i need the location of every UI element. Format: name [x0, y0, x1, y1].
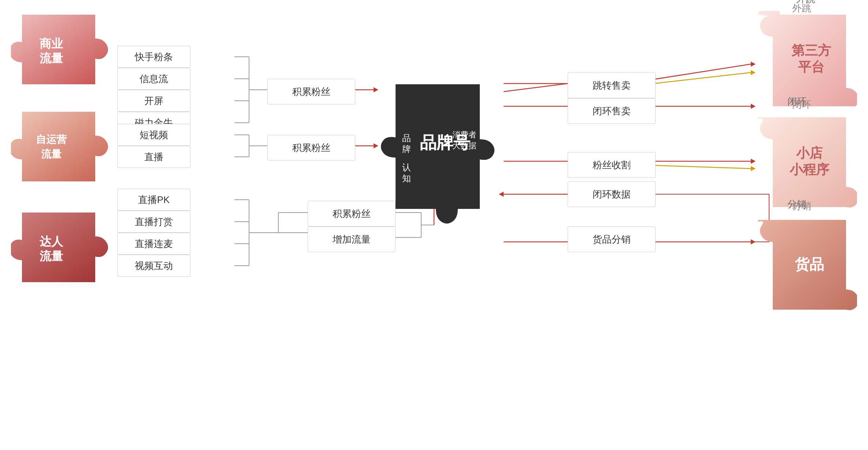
svg-text:牌: 牌: [402, 144, 411, 154]
connector-fans-1: 积累粉丝: [267, 79, 355, 104]
item-infofeed: 信息流: [117, 68, 190, 90]
bottom-box-label: 增加流量: [333, 233, 371, 246]
svg-line-34: [641, 73, 751, 85]
item-label: 直播PK: [138, 193, 170, 206]
influencer-puzzle: 达人 流量: [11, 209, 114, 289]
svg-text:大数据: 大数据: [452, 141, 476, 150]
svg-text:商业: 商业: [40, 37, 63, 50]
right-closed-sell: 闭环售卖: [568, 98, 656, 124]
self-ops-puzzle: 自运营 流量: [11, 108, 114, 189]
bottom-box-traffic: 增加流量: [308, 226, 396, 252]
svg-text:知: 知: [402, 173, 411, 183]
svg-text:平台: 平台: [798, 59, 824, 74]
commercial-puzzle: 商业 流量: [11, 11, 114, 92]
right-label: 跳转售卖: [593, 79, 631, 92]
svg-line-31: [504, 84, 568, 92]
svg-text:流量: 流量: [40, 250, 63, 263]
item-label: 直播: [144, 151, 163, 163]
item-live: 直播: [117, 146, 190, 168]
item-label: 信息流: [140, 73, 168, 85]
sub-label-bihuan: 闭环: [792, 98, 811, 111]
item-label: 直播打赏: [135, 215, 173, 228]
right-label: 粉丝收割: [593, 159, 631, 171]
svg-text:达人: 达人: [40, 235, 64, 248]
item-label: 直播连麦: [135, 237, 173, 250]
item-live-gift: 直播打赏: [117, 211, 190, 233]
item-label: 快手粉条: [135, 51, 173, 63]
svg-text:小程序: 小程序: [789, 162, 830, 177]
item-video-interact: 视频互动: [117, 255, 190, 277]
svg-line-44: [641, 165, 751, 169]
svg-line-32: [641, 64, 751, 81]
bottom-box-label: 积累粉丝: [333, 207, 371, 220]
svg-text:自运营: 自运营: [36, 134, 67, 145]
svg-text:货品: 货品: [795, 256, 824, 272]
sub-label-waitiao: 外跳: [792, 2, 811, 15]
right-label: 闭环数据: [593, 188, 631, 201]
item-live-pk: 直播PK: [117, 189, 190, 211]
svg-text:认: 认: [402, 162, 411, 172]
connector-label: 积累粉丝: [292, 85, 330, 98]
svg-text:品: 品: [402, 133, 411, 143]
right-fans-harvest: 粉丝收割: [568, 152, 656, 178]
sub-label-fensiao: 分销: [792, 200, 811, 213]
svg-text:流量: 流量: [40, 52, 63, 65]
right-closed-data: 闭环数据: [568, 181, 656, 207]
item-openscreen: 开屏: [117, 90, 190, 112]
connector-fans-2: 积累粉丝: [267, 135, 355, 161]
diagram-container: 商业 流量 自运营 流量 达: [0, 0, 868, 450]
right-label: 货品分销: [593, 233, 631, 246]
svg-text:流量: 流量: [41, 148, 62, 160]
svg-text:第三方: 第三方: [791, 43, 831, 58]
item-kuaishou: 快手粉条: [117, 46, 190, 68]
right-jump-sell: 跳转售卖: [568, 73, 656, 98]
goods-puzzle: 货品 分销: [754, 216, 857, 311]
item-label: 开屏: [144, 95, 163, 107]
mini-store-puzzle: 小店 小程序 闭环: [754, 114, 857, 209]
item-live-mic: 直播连麦: [117, 233, 190, 255]
item-label: 短视频: [140, 129, 168, 141]
item-short-video: 短视频: [117, 124, 190, 146]
svg-text:消费者: 消费者: [452, 130, 476, 139]
item-label: 视频互动: [135, 259, 173, 272]
right-goods-distrib: 货品分销: [568, 226, 656, 252]
svg-text:小店: 小店: [796, 145, 823, 161]
connector-label: 积累粉丝: [292, 141, 330, 154]
right-label: 闭环售卖: [593, 105, 631, 118]
bottom-box-fans: 积累粉丝: [308, 201, 396, 226]
